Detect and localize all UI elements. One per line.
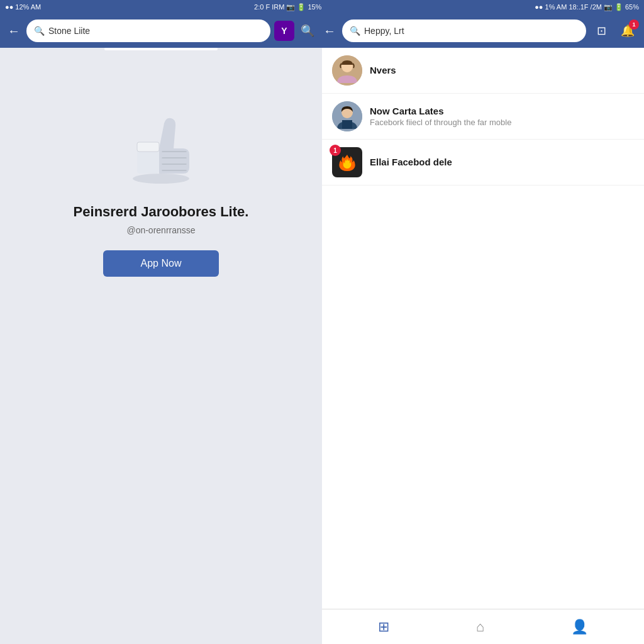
notif-name-ellai: Ellai Facebod dele — [370, 157, 634, 167]
app-title: Peinsrerd Jaroobores Lite. — [74, 204, 249, 220]
signal-right-text: 1% AM — [545, 3, 567, 11]
avatar-vers — [332, 55, 362, 86]
avatar-fire-container: 1 — [332, 147, 362, 177]
back-button-left[interactable]: ← — [5, 21, 23, 41]
search-text-right: Heppy, Lrt — [364, 26, 404, 36]
search-icon-left: 🔍 — [34, 26, 45, 36]
status-center: 2:0 F IRM 📷 🔋 15% — [254, 3, 321, 11]
battery-icon: 🔋 — [297, 3, 306, 11]
yahoo-button[interactable]: Y — [274, 21, 294, 41]
signal-right-icon: ●● — [535, 3, 543, 11]
thumbs-up-container — [111, 86, 211, 189]
notif-content-carta: Now Carta Lates Facebork fiiecl of throu… — [370, 106, 634, 127]
main-content: Peinsrerd Jaroobores Lite. @on-orenrrans… — [0, 48, 644, 644]
yahoo-label: Y — [281, 26, 287, 36]
status-right-time: 18:.1F /2M — [569, 3, 602, 11]
app-handle: @on-orenrransse — [126, 225, 195, 235]
notification-list: Nvers Now Carta Lat — [322, 48, 644, 609]
notif-name-vers: Nvers — [370, 65, 634, 75]
notifications-button[interactable]: 🔔 1 — [616, 19, 639, 42]
notif-content-ellai: Ellai Facebod dele — [370, 157, 634, 169]
tab-grid[interactable]: ⊞ — [365, 614, 402, 640]
battery-right-pct: 65% — [625, 3, 639, 11]
status-bar: ●● 12% AM 2:0 F IRM 📷 🔋 15% ●● 1% AM 18:… — [0, 0, 644, 14]
fire-badge: 1 — [330, 145, 341, 156]
notif-desc-carta: Facebork fiiecl of through the far moble — [370, 118, 634, 127]
tab-profile[interactable]: 👤 — [558, 614, 601, 640]
bottom-tab-bar: ⊞ ⌂ 👤 — [322, 609, 644, 644]
camera-right-icon: 📷 — [604, 3, 613, 11]
notification-item-ellai[interactable]: 1 Ellai Facebod dele — [322, 140, 644, 186]
svg-rect-8 — [137, 142, 159, 152]
app-now-button[interactable]: App Now — [103, 250, 219, 277]
grid-icon: ⊞ — [378, 619, 389, 635]
tab-home[interactable]: ⌂ — [464, 614, 497, 640]
notif-name-carta: Now Carta Lates — [370, 106, 634, 116]
status-left-text: 12% AM — [15, 3, 41, 11]
status-center-time: 2:0 F IRM — [254, 3, 284, 11]
person-female-icon — [332, 55, 362, 86]
person-icon: 👤 — [571, 619, 588, 635]
notif-content-vers: Nvers — [370, 65, 634, 77]
notification-item[interactable]: Nvers — [322, 48, 644, 94]
avatar-carta — [332, 101, 362, 131]
left-panel: Peinsrerd Jaroobores Lite. @on-orenrrans… — [0, 48, 322, 644]
svg-point-0 — [133, 174, 189, 184]
person-male-icon — [332, 101, 362, 131]
search-bar-right[interactable]: 🔍 Heppy, Lrt — [342, 19, 586, 42]
nav-bar: ← 🔍 Stone Liite Y 🔍 ← 🔍 Heppy, Lrt ⊡ 🔔 1 — [0, 14, 644, 48]
notification-item-carta[interactable]: Now Carta Lates Facebork fiiecl of throu… — [322, 94, 644, 140]
search-bar-left[interactable]: 🔍 Stone Liite — [26, 19, 270, 42]
help-icon: ⊡ — [597, 24, 606, 38]
search-button-left[interactable]: 🔍 — [298, 21, 317, 40]
status-left: ●● 12% AM — [5, 3, 41, 11]
thumbs-up-icon — [111, 86, 211, 186]
notification-badge: 1 — [629, 19, 639, 30]
signal-icon: ●● — [5, 3, 13, 11]
right-panel: Nvers Now Carta Lat — [322, 48, 644, 644]
battery-right-icon: 🔋 — [614, 3, 623, 11]
tab-top-indicator — [0, 48, 322, 50]
home-icon: ⌂ — [476, 619, 484, 635]
fire-icon — [337, 152, 357, 172]
help-button[interactable]: ⊡ — [590, 19, 613, 42]
svg-rect-13 — [342, 120, 352, 129]
search-icon-right: 🔍 — [350, 26, 360, 36]
back-button-right[interactable]: ← — [321, 21, 338, 41]
battery-left: 15% — [308, 3, 321, 11]
status-right: ●● 1% AM 18:.1F /2M 📷 🔋 65% — [535, 3, 639, 11]
camera-icon: 📷 — [286, 3, 295, 11]
search-text-left: Stone Liite — [48, 26, 90, 36]
